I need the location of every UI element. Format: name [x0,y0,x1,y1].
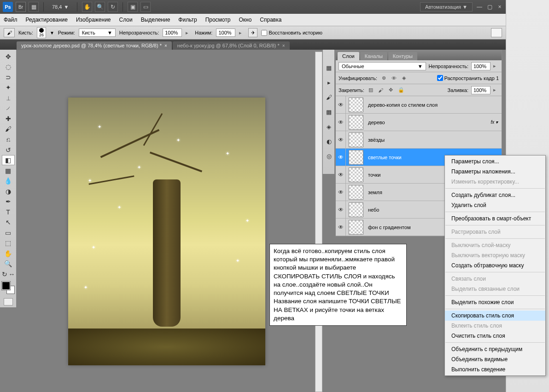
eraser-tool[interactable]: ◧ [2,155,15,165]
hand-icon[interactable]: ✋ [82,2,92,12]
visibility-icon[interactable]: 👁 [336,131,346,148]
fill-field[interactable]: 100% [471,86,491,94]
layer-thumbnail[interactable] [349,115,363,130]
marquee-tool[interactable]: ◌ [2,62,15,72]
lock-transparency-icon[interactable]: ▨ [367,86,374,94]
fg-color[interactable] [2,282,10,290]
layer-thumbnail[interactable] [349,220,363,235]
blur-tool[interactable]: 💧 [2,176,15,186]
crop-tool[interactable]: ⟂ [2,93,15,103]
layer-thumbnail[interactable] [349,202,363,217]
menu-window[interactable]: Окно [239,17,251,23]
cm-delete[interactable]: Удалить слой [445,200,545,210]
close-icon[interactable]: × [282,43,285,48]
dodge-tool[interactable]: ◑ [2,186,15,196]
move-tool[interactable]: ✥ [2,52,15,62]
minimize-button[interactable]: — [476,4,483,10]
tab-layers[interactable]: Слои [338,52,359,60]
cm-clear-style[interactable]: Очистить стиль слоя [445,331,545,341]
brush-picker[interactable]: 26 [37,27,46,38]
eyedropper-tool[interactable]: ⟋ [2,104,15,114]
swatches-icon[interactable]: ▩ [324,107,334,117]
menu-filter[interactable]: Фильтр [178,17,197,23]
layer-name[interactable]: дерево [366,120,491,125]
panel-dock-icon[interactable] [491,28,502,37]
path-tool[interactable]: ↖ [2,218,15,228]
brush-panel-icon[interactable]: 🖌 [324,92,334,102]
cm-merge-visible[interactable]: Объединить видимые [445,354,545,364]
doc-tab-2[interactable]: небо-к уроку.jpg @ 67,8% (Слой 0, RGB/8)… [173,41,290,50]
lock-position-icon[interactable]: ✥ [387,86,395,94]
menu-layer[interactable]: Слои [119,17,133,23]
tab-channels[interactable]: Каналы [360,52,387,60]
blend-mode-dropdown[interactable]: Обычные▼ [339,62,426,70]
menu-help[interactable]: Справка [260,17,281,23]
history-icon[interactable]: ▦ [324,63,334,73]
gradient-tool[interactable]: ▦ [2,166,15,176]
camera-icon[interactable]: ◎ [324,151,334,161]
close-icon[interactable]: × [164,43,167,48]
zoom-dropdown[interactable]: 78,4 ▼ [48,4,72,10]
cm-copy-style[interactable]: Скопировать стиль слоя [445,311,545,321]
fx-indicator[interactable]: fx ▾ [491,120,502,125]
mode-dropdown[interactable]: Кисть▼ [79,29,116,37]
stamp-tool[interactable]: ⎌ [2,134,15,144]
visibility-icon[interactable]: 👁 [336,149,346,166]
heal-tool[interactable]: ✚ [2,114,15,124]
quickmask-icon[interactable] [4,298,13,306]
restore-checkbox[interactable]: Восстановить историю [261,30,322,36]
brush-tool[interactable]: 🖌 [2,124,15,134]
visibility-icon[interactable]: 👁 [336,201,346,218]
layer-thumbnail[interactable] [349,150,363,165]
menu-edit[interactable]: Редактирование [26,17,68,23]
unify-style-icon[interactable]: ◈ [400,75,408,82]
layer-name[interactable]: дерево-копия со стилем слоя [366,102,502,108]
visibility-icon[interactable]: 👁 [336,114,346,131]
doc-tab-1[interactable]: урок-золотое дерево.psd @ 78,4% (светлые… [17,41,172,50]
cm-select-similar[interactable]: Выделить похожие слои [445,297,545,307]
visibility-icon[interactable]: 👁 [336,166,346,183]
layer-thumbnail[interactable] [349,133,363,147]
cm-flatten[interactable]: Выполнить сведение [445,364,545,375]
tab-paths[interactable]: Контуры [388,52,417,60]
menu-select[interactable]: Выделение [141,17,170,23]
maximize-button[interactable]: ▢ [486,4,493,10]
wand-tool[interactable]: ✦ [2,83,15,93]
cm-merge-prev[interactable]: Объединить с предыдущим [445,344,545,354]
unify-visibility-icon[interactable]: 👁 [390,75,397,82]
menu-view[interactable]: Просмотр [205,17,231,23]
hand-tool[interactable]: ✋ [2,248,15,259]
styles-icon[interactable]: ◈ [324,121,334,132]
workspace-button[interactable]: Автоматизация ▼ [420,2,473,12]
pen-tool[interactable]: ✒ [2,196,15,207]
flow-field[interactable]: 100% [216,29,235,37]
3d-tool[interactable]: ⬚ [2,238,15,248]
layer-thumbnail[interactable] [349,98,363,112]
zoom-icon[interactable]: 🔍 [95,2,105,12]
cm-layer-props[interactable]: Параметры слоя... [445,156,545,167]
airbrush-icon[interactable]: ✈ [248,28,257,37]
3d-pan-tool[interactable]: ↔ [8,269,16,279]
cm-smart-object[interactable]: Преобразовать в смарт-объект [445,213,545,224]
visibility-icon[interactable]: 👁 [336,96,346,113]
visibility-icon[interactable]: 👁 [336,184,346,201]
color-icon[interactable]: ◐ [324,136,334,146]
cm-duplicate[interactable]: Создать дубликат слоя... [445,190,545,200]
layer-name[interactable]: звёзды [366,137,502,143]
tool-preset-icon[interactable]: 🖌 [4,28,15,37]
propagate-checkbox[interactable]: Распространить кадр 1 [437,75,499,81]
lock-image-icon[interactable]: 🖌 [377,86,385,94]
opacity-field[interactable]: 100% [163,29,182,37]
history-brush-tool[interactable]: ↺ [2,145,15,155]
shape-tool[interactable]: ▭ [2,228,15,238]
layer-row[interactable]: 👁звёзды [336,131,502,149]
menu-image[interactable]: Изображение [76,17,111,23]
canvas-area[interactable]: ✦✦ ✦✦ ✦✦ ✦✦ ✦✦ [18,52,321,392]
visibility-icon[interactable]: 👁 [336,219,346,236]
lasso-tool[interactable]: ⊃ [2,72,15,82]
ps-logo[interactable]: Ps [3,2,13,12]
menu-file[interactable]: Файл [4,17,18,23]
rotate-icon[interactable]: ↻ [108,2,118,12]
type-tool[interactable]: T [2,207,15,217]
layer-thumbnail[interactable] [349,185,363,200]
